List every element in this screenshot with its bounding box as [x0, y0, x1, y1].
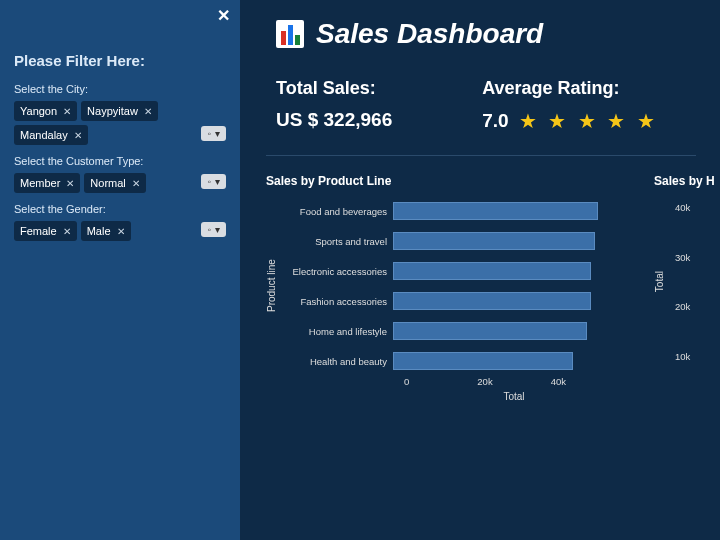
x-axis-label: Total	[404, 391, 624, 402]
bar-fill	[393, 232, 595, 250]
chart-title: Sales by H	[654, 174, 715, 188]
y-tick: 10k	[675, 351, 690, 362]
bar-row: Health and beauty	[283, 352, 613, 370]
kpi-total-sales: Total Sales: US $ 322,966	[276, 78, 392, 133]
rating-value: 7.0	[482, 110, 508, 132]
kpi-label: Average Rating:	[482, 78, 658, 99]
circle-icon: ◦	[207, 176, 211, 187]
chart-sales-by-hour: Sales by H Total 40k30k20k10k	[654, 174, 715, 402]
circle-icon: ◦	[207, 224, 211, 235]
y-axis-label: Product line	[266, 202, 277, 370]
x-tick: 20k	[477, 376, 550, 387]
chip-mandalay[interactable]: Mandalay✕	[14, 125, 88, 145]
bar-row: Sports and travel	[283, 232, 613, 250]
remove-icon[interactable]: ✕	[74, 130, 82, 141]
x-tick: 0	[404, 376, 477, 387]
bar-fill	[393, 292, 591, 310]
bar-category: Home and lifestyle	[283, 326, 387, 337]
dropdown-toggle[interactable]: ◦▾	[201, 126, 226, 141]
city-label: Select the City:	[14, 83, 226, 95]
bar-category: Health and beauty	[283, 356, 387, 367]
remove-icon[interactable]: ✕	[117, 226, 125, 237]
bar-row: Fashion accessories	[283, 292, 613, 310]
chevron-down-icon: ▾	[215, 224, 220, 235]
y-tick: 40k	[675, 202, 690, 213]
y-tick: 20k	[675, 301, 690, 312]
bar-chart-icon	[276, 20, 304, 48]
chip-female[interactable]: Female✕	[14, 221, 77, 241]
remove-icon[interactable]: ✕	[132, 178, 140, 189]
dropdown-toggle[interactable]: ◦▾	[201, 222, 226, 237]
remove-icon[interactable]: ✕	[144, 106, 152, 117]
bar-category: Food and beverages	[283, 206, 387, 217]
dropdown-toggle[interactable]: ◦▾	[201, 174, 226, 189]
gender-multiselect[interactable]: Female✕ Male✕ ◦▾	[14, 221, 226, 241]
bar-category: Electronic accessories	[283, 266, 387, 277]
remove-icon[interactable]: ✕	[66, 178, 74, 189]
bar-fill	[393, 202, 598, 220]
y-axis-label: Total	[654, 271, 665, 292]
chevron-down-icon: ▾	[215, 128, 220, 139]
bar-row: Home and lifestyle	[283, 322, 613, 340]
page-title: Sales Dashboard	[316, 18, 543, 50]
circle-icon: ◦	[207, 128, 211, 139]
city-multiselect[interactable]: Yangon✕ Naypyitaw✕ Mandalay✕ ◦▾	[14, 101, 226, 145]
close-icon[interactable]: ✕	[217, 6, 230, 25]
bar-fill	[393, 322, 587, 340]
remove-icon[interactable]: ✕	[63, 106, 71, 117]
bar-fill	[393, 262, 591, 280]
y-tick: 30k	[675, 252, 690, 263]
main-content: Sales Dashboard Total Sales: US $ 322,96…	[240, 0, 720, 540]
bar-fill	[393, 352, 573, 370]
bar-row: Electronic accessories	[283, 262, 613, 280]
chip-normal[interactable]: Normal✕	[84, 173, 145, 193]
bar-category: Fashion accessories	[283, 296, 387, 307]
filter-heading: Please Filter Here:	[14, 52, 226, 69]
chip-male[interactable]: Male✕	[81, 221, 131, 241]
chart-title: Sales by Product Line	[266, 174, 624, 188]
x-tick: 40k	[551, 376, 624, 387]
remove-icon[interactable]: ✕	[63, 226, 71, 237]
bar-row: Food and beverages	[283, 202, 613, 220]
chevron-down-icon: ▾	[215, 176, 220, 187]
chip-naypyitaw[interactable]: Naypyitaw✕	[81, 101, 158, 121]
divider	[266, 155, 696, 156]
sidebar: ✕ Please Filter Here: Select the City: Y…	[0, 0, 240, 540]
kpi-label: Total Sales:	[276, 78, 392, 99]
ctype-multiselect[interactable]: Member✕ Normal✕ ◦▾	[14, 173, 226, 193]
kpi-avg-rating: Average Rating: 7.0 ★ ★ ★ ★ ★	[482, 78, 658, 133]
chip-member[interactable]: Member✕	[14, 173, 80, 193]
kpi-value: US $ 322,966	[276, 109, 392, 131]
bar-category: Sports and travel	[283, 236, 387, 247]
chart-sales-by-product-line: Sales by Product Line Product line Food …	[266, 174, 624, 402]
star-icons: ★ ★ ★ ★ ★	[519, 109, 658, 133]
ctype-label: Select the Customer Type:	[14, 155, 226, 167]
chip-yangon[interactable]: Yangon✕	[14, 101, 77, 121]
gender-label: Select the Gender:	[14, 203, 226, 215]
